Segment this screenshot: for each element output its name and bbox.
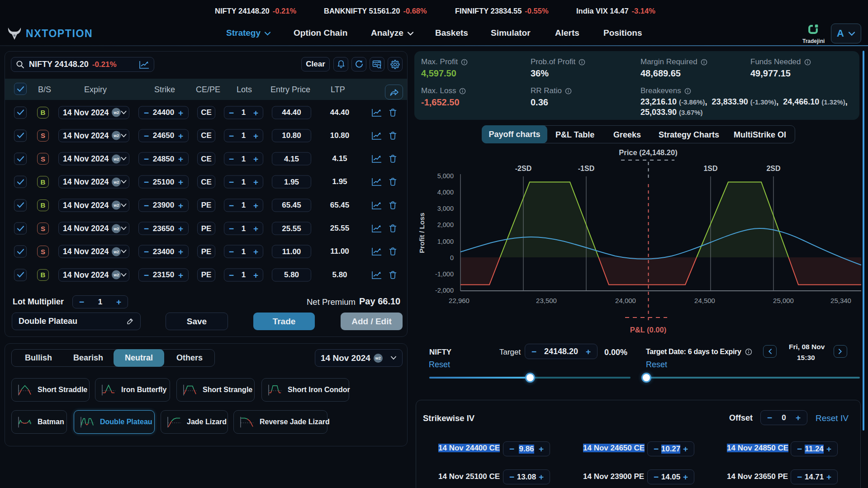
svg-text:Profit / Loss: Profit / Loss [418,213,426,253]
svg-text:25,000: 25,000 [773,297,794,304]
svg-text:0: 0 [450,254,454,261]
svg-text:-1,000: -1,000 [435,270,454,278]
svg-text:25,340: 25,340 [830,297,851,304]
svg-text:-2,000: -2,000 [435,287,454,294]
svg-text:Price (24,148.20): Price (24,148.20) [619,148,677,156]
svg-text:1,000: 1,000 [437,238,454,245]
svg-text:-1SD: -1SD [578,165,594,172]
svg-text:2,000: 2,000 [437,221,454,228]
svg-text:24,000: 24,000 [615,297,636,304]
svg-text:P&L (0.00): P&L (0.00) [630,326,666,334]
svg-text:3,000: 3,000 [437,205,454,212]
svg-text:23,500: 23,500 [536,297,557,304]
svg-text:24,500: 24,500 [694,297,715,304]
svg-text:5,000: 5,000 [437,172,454,180]
svg-text:22,960: 22,960 [449,297,470,304]
svg-text:-2SD: -2SD [515,165,531,172]
svg-text:2SD: 2SD [766,165,780,172]
svg-text:4,000: 4,000 [437,189,454,196]
svg-text:1SD: 1SD [703,165,717,172]
